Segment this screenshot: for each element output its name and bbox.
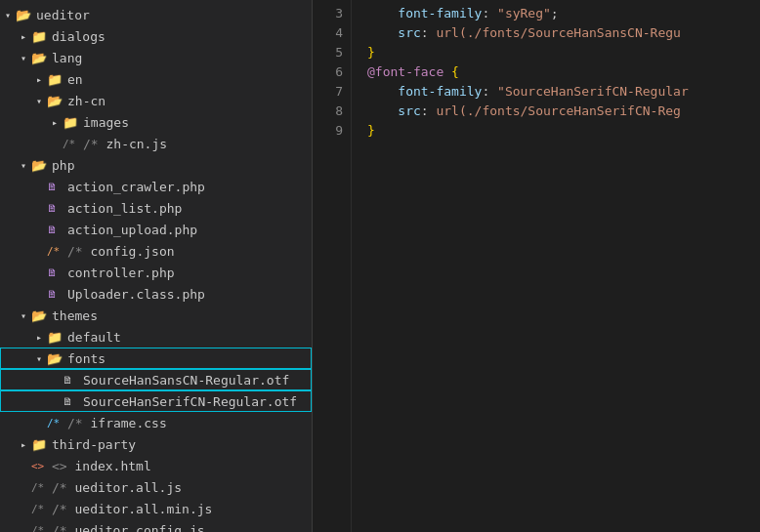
tree-item-dialogs[interactable]: ▸📁dialogs	[0, 25, 312, 47]
tree-item-lang[interactable]: ▾📂lang	[0, 47, 312, 68]
item-label: images	[83, 115, 129, 130]
item-type-icon: 🗎	[47, 180, 64, 193]
tree-item-action_upload[interactable]: 🗎action_upload.php	[0, 219, 312, 240]
item-label: action_list.php	[67, 201, 182, 216]
item-label: php	[52, 158, 74, 173]
item-type-icon: 📂	[47, 94, 64, 108]
item-type-icon: /*	[47, 244, 64, 258]
item-label: /* ueditor.config.js	[52, 523, 205, 533]
tree-item-SourceHanSansCN[interactable]: 🗎SourceHanSansCN-Regular.otf	[0, 369, 312, 390]
item-label: /* config.json	[67, 244, 175, 259]
file-tree[interactable]: ▾📂ueditor▸📁dialogs▾📂lang▸📁en▾📂zh-cn▸📁ima…	[0, 0, 313, 532]
item-label: zh-cn	[67, 94, 106, 108]
item-label: /* ueditor.all.min.js	[52, 502, 212, 516]
item-type-icon: 📂	[31, 308, 49, 323]
tree-item-en[interactable]: ▸📁en	[0, 68, 312, 90]
item-type-icon: 📁	[63, 115, 80, 130]
tree-arrow: ▸	[31, 74, 47, 85]
tree-item-uploader[interactable]: 🗎Uploader.class.php	[0, 283, 312, 305]
item-type-icon: 🗎	[47, 266, 64, 279]
item-label: action_crawler.php	[67, 180, 205, 194]
code-lines: font-family: "syReg"; src: url(./fonts/S…	[352, 0, 760, 532]
item-type-icon: 🗎	[63, 373, 80, 387]
item-type-icon: /*	[47, 416, 64, 430]
tree-arrow: ▸	[47, 117, 63, 128]
item-type-icon: 🗎	[47, 223, 64, 236]
item-label: Uploader.class.php	[67, 287, 205, 302]
item-label: en	[67, 72, 83, 87]
tree-arrow: ▾	[16, 160, 31, 171]
item-label: <> index.html	[52, 459, 151, 473]
code-line: font-family: "syReg";	[367, 4, 760, 23]
code-line: }	[367, 121, 760, 141]
item-type-icon: <>	[31, 459, 49, 472]
tree-item-SourceHanSerifCN[interactable]: 🗎SourceHanSerifCN-Regular.otf	[0, 390, 312, 412]
item-type-icon: 🗎	[47, 201, 64, 215]
item-label: ueditor	[36, 8, 90, 22]
item-label: dialogs	[52, 29, 106, 44]
item-type-icon: /*	[63, 137, 80, 150]
code-line: @font-face {	[367, 62, 760, 82]
code-line: src: url(./fonts/SourceHanSansCN-Regu	[367, 23, 760, 43]
tree-item-action_crawler[interactable]: 🗎action_crawler.php	[0, 176, 312, 197]
tree-arrow: ▾	[31, 353, 47, 364]
item-label: controller.php	[67, 266, 175, 280]
tree-item-images[interactable]: ▸📁images	[0, 111, 312, 133]
item-type-icon: 📂	[16, 8, 33, 22]
item-label: action_upload.php	[67, 223, 197, 237]
tree-arrow: ▸	[16, 31, 31, 42]
tree-item-default[interactable]: ▸📁default	[0, 326, 312, 348]
tree-item-themes[interactable]: ▾📂themes	[0, 305, 312, 326]
tree-item-index_html[interactable]: <><> index.html	[0, 455, 312, 476]
item-label: /* ueditor.all.js	[52, 480, 182, 495]
item-label: SourceHanSansCN-Regular.otf	[83, 373, 289, 388]
item-label: lang	[52, 51, 82, 65]
item-type-icon: 🗎	[63, 394, 80, 408]
tree-item-third-party[interactable]: ▸📁third-party	[0, 433, 312, 455]
item-label: third-party	[52, 437, 136, 452]
tree-item-action_list[interactable]: 🗎action_list.php	[0, 197, 312, 219]
code-line: font-family: "SourceHanSerifCN-Regular	[367, 82, 760, 102]
tree-arrow: ▾	[16, 53, 31, 63]
tree-item-config_json[interactable]: /*/* config.json	[0, 240, 312, 262]
tree-item-iframe_css[interactable]: /*/* iframe.css	[0, 412, 312, 433]
item-type-icon: /*	[31, 480, 49, 494]
tree-arrow: ▾	[0, 10, 16, 20]
tree-item-ueditor[interactable]: ▾📂ueditor	[0, 4, 312, 25]
item-type-icon: 📂	[31, 51, 49, 65]
code-editor: 3456789 font-family: "syReg"; src: url(.…	[313, 0, 760, 532]
tree-item-php[interactable]: ▾📂php	[0, 154, 312, 176]
item-type-icon: 📂	[31, 158, 49, 173]
tree-item-zh-cn-js[interactable]: /*/* zh-cn.js	[0, 133, 312, 154]
item-type-icon: /*	[31, 523, 49, 532]
tree-item-ueditor_all_js[interactable]: /*/* ueditor.all.js	[0, 476, 312, 498]
code-line: }	[367, 43, 760, 62]
item-label: themes	[52, 308, 98, 323]
item-label: default	[67, 330, 121, 345]
tree-arrow: ▸	[31, 332, 47, 343]
item-label: fonts	[67, 351, 106, 366]
tree-arrow: ▾	[31, 96, 47, 106]
item-type-icon: 📁	[31, 437, 49, 452]
line-numbers: 3456789	[313, 0, 352, 532]
item-type-icon: 📁	[47, 330, 64, 345]
tree-arrow: ▾	[16, 310, 31, 321]
item-label: /* zh-cn.js	[83, 137, 167, 151]
tree-arrow: ▸	[16, 439, 31, 450]
item-type-icon: /*	[31, 502, 49, 515]
item-type-icon: 📁	[31, 29, 49, 44]
item-label: SourceHanSerifCN-Regular.otf	[83, 394, 297, 409]
item-type-icon: 🗎	[47, 287, 64, 301]
tree-item-ueditor_all_min[interactable]: /*/* ueditor.all.min.js	[0, 498, 312, 519]
item-type-icon: 📁	[47, 72, 64, 87]
item-type-icon: 📂	[47, 351, 64, 366]
item-label: /* iframe.css	[67, 416, 167, 430]
tree-item-controller[interactable]: 🗎controller.php	[0, 262, 312, 283]
tree-item-zh-cn[interactable]: ▾📂zh-cn	[0, 90, 312, 111]
tree-item-ueditor_config[interactable]: /*/* ueditor.config.js	[0, 519, 312, 532]
tree-item-fonts[interactable]: ▾📂fonts	[0, 348, 312, 369]
code-line: src: url(./fonts/SourceHanSerifCN-Reg	[367, 102, 760, 121]
